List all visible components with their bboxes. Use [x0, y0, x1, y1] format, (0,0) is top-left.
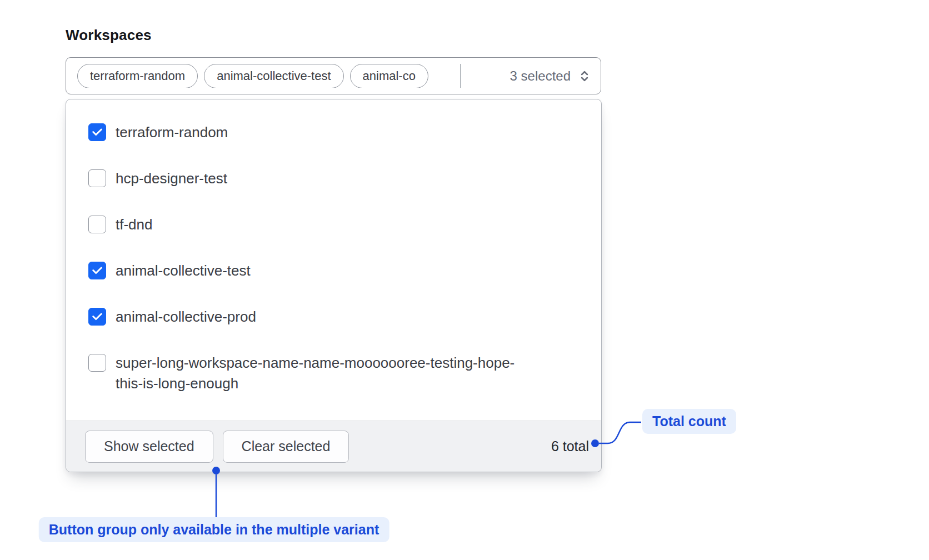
selected-tags-container: terraform-random animal-collective-test … — [77, 64, 461, 88]
option-label: super-long-workspace-name-name-moooooore… — [116, 353, 515, 394]
checkmark-icon — [91, 126, 103, 138]
checkbox-checked[interactable] — [88, 262, 106, 279]
clear-selected-button[interactable]: Clear selected — [223, 431, 349, 463]
options-listbox: terraform-random hcp-designer-test tf-dn… — [66, 99, 601, 407]
checkbox-unchecked[interactable] — [88, 354, 106, 372]
multiselect-trigger[interactable]: terraform-random animal-collective-test … — [66, 57, 601, 94]
listbox-option[interactable]: animal-collective-prod — [88, 294, 588, 340]
checkbox-checked[interactable] — [88, 123, 106, 141]
workspaces-label: Workspaces — [66, 27, 152, 44]
checkbox-unchecked[interactable] — [88, 169, 106, 187]
listbox-option[interactable]: tf-dnd — [88, 202, 588, 248]
checkbox-unchecked[interactable] — [88, 216, 106, 233]
listbox-option[interactable]: terraform-random — [88, 109, 588, 156]
option-label: tf-dnd — [116, 214, 153, 235]
selection-summary-text: 3 selected — [510, 68, 571, 84]
selected-tag: animal-collective-test — [204, 64, 343, 88]
checkmark-icon — [91, 264, 103, 277]
total-count-text: 6 total — [551, 438, 589, 454]
button-group-annotation: Button group only available in the multi… — [39, 517, 389, 542]
unfold-chevrons-icon — [577, 69, 592, 83]
selection-summary: 3 selected — [510, 68, 601, 84]
option-label: hcp-designer-test — [116, 168, 227, 189]
checkmark-icon — [91, 311, 103, 323]
multiselect-dropdown: terraform-random hcp-designer-test tf-dn… — [66, 99, 602, 472]
option-label: animal-collective-prod — [116, 307, 256, 327]
show-selected-button[interactable]: Show selected — [85, 431, 213, 463]
option-label: animal-collective-test — [116, 261, 251, 281]
option-label: terraform-random — [116, 122, 228, 143]
listbox-option[interactable]: animal-collective-test — [88, 248, 588, 294]
selected-tag-clipped: animal-co — [350, 64, 428, 88]
selected-tag: terraform-random — [77, 64, 198, 88]
total-count-annotation: Total count — [642, 409, 736, 434]
listbox-option[interactable]: hcp-designer-test — [88, 156, 588, 202]
checkbox-checked[interactable] — [88, 308, 106, 326]
listbox-option[interactable]: super-long-workspace-name-name-moooooore… — [88, 340, 588, 407]
dropdown-footer: Show selected Clear selected 6 total — [66, 421, 601, 472]
